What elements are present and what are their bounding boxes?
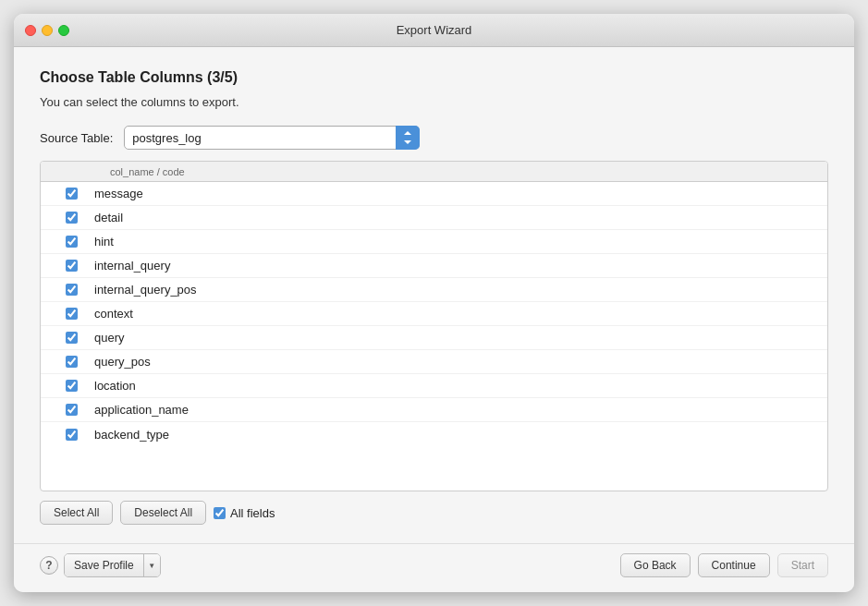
row-checkbox-internal_query[interactable]: [66, 260, 78, 272]
traffic-lights: [25, 25, 69, 36]
table-row: internal_query_pos: [41, 278, 827, 302]
row-name-application_name: application_name: [94, 403, 820, 417]
row-checkbox-cell: [48, 236, 94, 248]
footer-right: Go Back Continue Start: [620, 553, 828, 577]
row-name-detail: detail: [94, 211, 820, 224]
row-checkbox-context[interactable]: [66, 308, 78, 320]
continue-button[interactable]: Continue: [698, 553, 770, 577]
table-row: hint: [41, 230, 827, 254]
source-table-row: Source Table: postgres_log: [40, 126, 828, 150]
row-checkbox-detail[interactable]: [66, 212, 78, 224]
row-name-hint: hint: [94, 235, 820, 248]
all-fields-checkbox[interactable]: [214, 507, 226, 519]
row-checkbox-location[interactable]: [66, 380, 78, 392]
table-row: detail: [41, 206, 827, 230]
save-profile-button[interactable]: Save Profile ▼: [64, 553, 161, 577]
row-checkbox-cell: [48, 212, 94, 224]
page-description: You can select the columns to export.: [40, 95, 828, 109]
row-checkbox-cell: [48, 332, 94, 344]
export-wizard-window: Export Wizard Choose Table Columns (3/5)…: [14, 14, 854, 592]
row-name-message: message: [94, 187, 820, 200]
go-back-button[interactable]: Go Back: [620, 553, 691, 577]
close-button[interactable]: [25, 25, 36, 36]
row-name-internal_query: internal_query: [94, 259, 820, 273]
start-button[interactable]: Start: [777, 553, 828, 577]
table-row: query_pos: [41, 350, 827, 374]
window-title: Export Wizard: [397, 23, 472, 37]
row-checkbox-message[interactable]: [66, 188, 78, 200]
row-checkbox-cell: [48, 308, 94, 320]
table-row: internal_query: [41, 254, 827, 278]
minimize-button[interactable]: [42, 25, 53, 36]
save-profile-main-button[interactable]: Save Profile: [65, 554, 143, 576]
column-header-label: col_name / code: [110, 166, 185, 177]
row-checkbox-application_name[interactable]: [66, 404, 78, 416]
titlebar: Export Wizard: [14, 14, 854, 47]
table-row: backend_type: [41, 422, 827, 446]
table-row: location: [41, 374, 827, 398]
row-checkbox-cell: [48, 404, 94, 416]
row-name-location: location: [94, 379, 820, 393]
page-title: Choose Table Columns (3/5): [40, 69, 828, 86]
row-checkbox-cell: [48, 380, 94, 392]
save-profile-dropdown-icon[interactable]: ▼: [143, 554, 160, 576]
row-checkbox-cell: [48, 260, 94, 272]
row-checkbox-internal_query_pos[interactable]: [66, 284, 78, 296]
row-checkbox-cell: [48, 284, 94, 296]
row-name-query: query: [94, 331, 820, 345]
zoom-button[interactable]: [58, 25, 69, 36]
table-row: application_name: [41, 398, 827, 422]
row-checkbox-query[interactable]: [66, 332, 78, 344]
main-content: Choose Table Columns (3/5) You can selec…: [14, 47, 854, 543]
select-all-button[interactable]: Select All: [40, 501, 113, 525]
source-table-label: Source Table:: [40, 131, 113, 145]
row-name-backend_type: backend_type: [94, 428, 820, 442]
source-table-select[interactable]: postgres_log: [124, 126, 420, 150]
deselect-all-button[interactable]: Deselect All: [120, 501, 206, 525]
table-row: message: [41, 182, 827, 206]
row-checkbox-cell: [48, 356, 94, 368]
all-fields-label[interactable]: All fields: [214, 506, 275, 520]
row-checkbox-cell: [48, 188, 94, 200]
row-checkbox-backend_type[interactable]: [66, 429, 78, 441]
column-action-bar: Select All Deselect All All fields: [40, 491, 828, 528]
row-name-internal_query_pos: internal_query_pos: [94, 283, 820, 297]
footer-left: ? Save Profile ▼: [40, 553, 161, 577]
table-row: query: [41, 326, 827, 350]
columns-table: col_name / code messagedetailhintinterna…: [40, 161, 828, 491]
row-name-context: context: [94, 307, 820, 321]
row-checkbox-cell: [48, 429, 94, 441]
footer: ? Save Profile ▼ Go Back Continue Start: [14, 543, 854, 592]
table-row: context: [41, 302, 827, 326]
table-header: col_name / code: [41, 162, 827, 182]
table-body[interactable]: messagedetailhintinternal_queryinternal_…: [41, 182, 827, 491]
row-name-query_pos: query_pos: [94, 355, 820, 369]
row-checkbox-query_pos[interactable]: [66, 356, 78, 368]
help-button[interactable]: ?: [40, 556, 58, 575]
row-checkbox-hint[interactable]: [66, 236, 78, 248]
all-fields-text: All fields: [230, 506, 275, 520]
source-table-select-wrapper: postgres_log: [124, 126, 420, 150]
